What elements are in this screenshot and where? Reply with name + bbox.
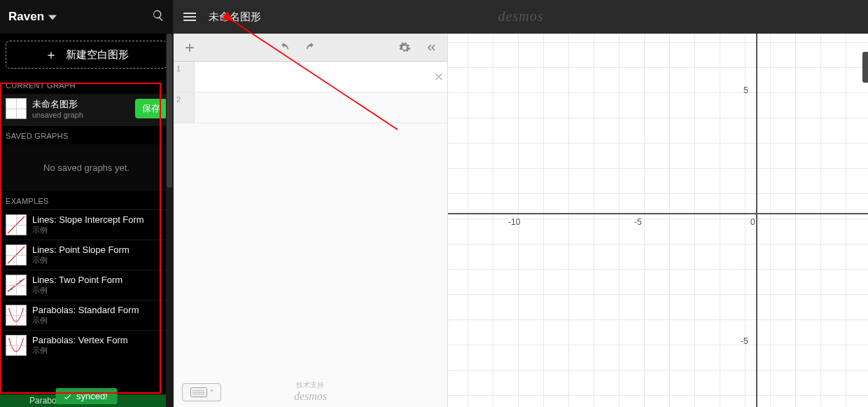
expression-index: 1 xyxy=(174,62,195,92)
delete-expression-button[interactable]: × xyxy=(434,68,443,86)
example-item[interactable]: Parabolas: Standard Form 示例 xyxy=(0,300,173,330)
topbar: 未命名图形 desmos xyxy=(174,0,868,34)
hamburger-icon[interactable] xyxy=(181,10,199,24)
example-subtitle: 示例 xyxy=(32,225,167,235)
svg-line-0 xyxy=(8,216,24,233)
graph-thumbnail-icon xyxy=(6,214,27,235)
saved-graphs-empty: No saved graphs yet. xyxy=(0,144,173,191)
expression-row[interactable]: 2 xyxy=(174,92,447,123)
example-item[interactable]: Lines: Point Slope Form 示例 xyxy=(0,240,173,270)
graph-thumbnail-icon xyxy=(6,335,27,356)
check-icon xyxy=(62,392,72,401)
sidebar-header: Raven xyxy=(0,0,173,34)
example-item[interactable]: Parabolas: Vertex Form 示例 xyxy=(0,330,173,360)
save-button[interactable]: 保存 xyxy=(135,99,167,118)
workspace: + 1 × xyxy=(174,34,868,407)
graph-thumbnail-icon xyxy=(6,244,27,265)
plus-icon: + xyxy=(185,38,195,57)
gear-icon xyxy=(398,41,411,54)
example-item[interactable]: Lines: Slope Intercept Form 示例 xyxy=(0,209,173,240)
y-tick-label: 5 xyxy=(743,85,748,95)
current-graph-title: 未命名图形 xyxy=(32,98,130,111)
zoom-controls-tab[interactable] xyxy=(862,52,868,83)
footer-brand-logo: desmos xyxy=(294,389,327,403)
example-title: Parabolas: Standard Form xyxy=(32,305,167,315)
main-area: 未命名图形 desmos + xyxy=(174,0,868,407)
svg-point-4 xyxy=(20,280,22,282)
undo-icon xyxy=(278,41,290,54)
footer-brand: 技术支持 desmos xyxy=(294,381,327,403)
chevron-up-icon: ˄ xyxy=(210,389,214,396)
sidebar-scrollbar[interactable] xyxy=(166,34,173,407)
graph-thumbnail-icon xyxy=(6,305,27,326)
example-title: Lines: Point Slope Form xyxy=(32,244,167,255)
current-graph-row[interactable]: 未命名图形 unsaved graph 保存 xyxy=(0,94,173,126)
user-name[interactable]: Raven xyxy=(8,10,44,24)
new-graph-row: ＋ 新建空白图形 xyxy=(0,34,173,76)
settings-button[interactable] xyxy=(394,37,415,58)
x-tick-label: 0 xyxy=(750,217,755,227)
svg-line-1 xyxy=(8,247,24,263)
expression-panel: + 1 × xyxy=(174,34,448,407)
undo-button[interactable] xyxy=(274,37,295,58)
chevron-double-left-icon xyxy=(425,41,438,54)
expression-input[interactable]: × xyxy=(195,62,447,92)
section-examples: EXAMPLES xyxy=(0,191,173,209)
example-title: Parabolas: Vertex Form xyxy=(32,335,167,345)
example-subtitle: 示例 xyxy=(32,345,167,356)
graph-canvas[interactable]: -10 -5 0 5 -5 xyxy=(448,34,868,407)
example-subtitle: 示例 xyxy=(32,255,167,265)
svg-point-3 xyxy=(10,288,13,290)
keyboard-icon xyxy=(190,387,207,397)
current-graph-text: 未命名图形 unsaved graph xyxy=(32,98,130,119)
expression-input[interactable] xyxy=(195,92,447,123)
synced-toast-label: synced! xyxy=(76,391,108,401)
example-title: Lines: Slope Intercept Form xyxy=(32,214,167,225)
example-subtitle: 示例 xyxy=(32,285,167,296)
current-graph-subtitle: unsaved graph xyxy=(32,111,130,119)
search-icon[interactable] xyxy=(152,9,164,25)
user-menu-caret-icon[interactable] xyxy=(48,11,57,23)
y-axis xyxy=(756,34,757,407)
graph-thumbnail-icon xyxy=(6,275,27,296)
keypad-toggle-button[interactable]: ˄ xyxy=(182,383,221,401)
example-subtitle: 示例 xyxy=(32,315,167,326)
footer-support-label: 技术支持 xyxy=(294,381,327,389)
svg-line-2 xyxy=(8,279,24,292)
examples-list: Lines: Slope Intercept Form 示例 Lines: Po… xyxy=(0,209,173,407)
redo-button[interactable] xyxy=(300,37,321,58)
graph-thumbnail-icon xyxy=(6,98,27,119)
section-current-graph: CURRENT GRAPH xyxy=(0,76,173,94)
expression-toolbar: + xyxy=(174,34,447,62)
example-title: Lines: Two Point Form xyxy=(32,275,167,285)
sidebar: Raven ＋ 新建空白图形 CURRENT GRAPH 未命名图形 unsav… xyxy=(0,0,174,407)
example-item[interactable]: Lines: Two Point Form 示例 xyxy=(0,270,173,300)
x-axis xyxy=(448,213,868,214)
x-tick-label: -10 xyxy=(508,217,520,227)
redo-icon xyxy=(304,41,317,54)
expression-row[interactable]: 1 × xyxy=(174,62,447,92)
y-tick-label: -5 xyxy=(741,336,748,346)
brand-logo: desmos xyxy=(498,8,544,25)
x-tick-label: -5 xyxy=(634,217,642,227)
synced-toast: synced! xyxy=(55,388,118,404)
document-title[interactable]: 未命名图形 xyxy=(209,11,261,24)
expression-index: 2 xyxy=(174,92,195,123)
plus-icon: ＋ xyxy=(45,48,57,61)
new-graph-label: 新建空白图形 xyxy=(66,48,129,62)
section-saved-graphs: SAVED GRAPHS xyxy=(0,126,173,144)
collapse-panel-button[interactable] xyxy=(421,37,442,58)
add-expression-button[interactable]: + xyxy=(179,37,200,58)
new-blank-graph-button[interactable]: ＋ 新建空白图形 xyxy=(6,41,167,69)
